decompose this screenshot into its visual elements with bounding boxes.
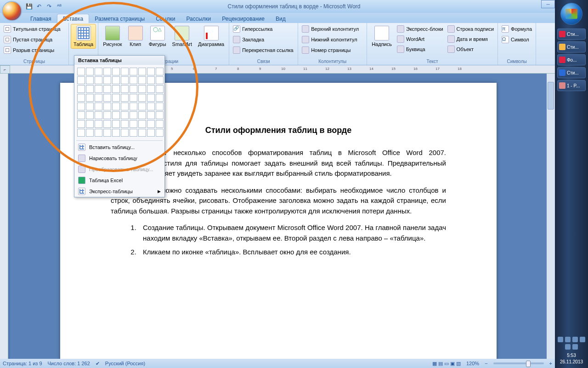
grid-cell[interactable] <box>156 129 164 137</box>
grid-cell[interactable] <box>138 68 146 75</box>
taskbar-item[interactable]: Сти... <box>557 29 586 40</box>
grid-cell[interactable] <box>147 129 155 137</box>
grid-cell[interactable] <box>103 76 111 84</box>
grid-cell[interactable] <box>86 111 94 119</box>
grid-cell[interactable] <box>121 129 129 137</box>
tab-layout[interactable]: Разметка страницы <box>89 14 150 23</box>
grid-cell[interactable] <box>147 68 155 75</box>
tab-view[interactable]: Вид <box>270 14 291 23</box>
shapes-button[interactable]: Фигуры <box>146 24 169 49</box>
grid-cell[interactable] <box>112 120 120 128</box>
grid-cell[interactable] <box>147 120 155 128</box>
grid-cell[interactable] <box>130 103 137 110</box>
office-button[interactable] <box>2 1 22 21</box>
grid-cell[interactable] <box>103 111 111 119</box>
grid-cell[interactable] <box>156 103 164 110</box>
grid-cell[interactable] <box>121 94 129 102</box>
grid-cell[interactable] <box>130 111 137 119</box>
taskbar-item[interactable]: Сти... <box>557 67 586 78</box>
status-language[interactable]: Русский (Россия) <box>105 361 145 366</box>
table-grid-picker[interactable] <box>74 65 164 139</box>
grid-cell[interactable] <box>156 85 164 93</box>
grid-cell[interactable] <box>95 103 102 110</box>
grid-cell[interactable] <box>103 103 111 110</box>
qat-save[interactable]: 💾 <box>25 2 33 11</box>
grid-cell[interactable] <box>147 94 155 102</box>
tab-home[interactable]: Главная <box>25 14 57 23</box>
header-button[interactable]: Верхний колонтитул <box>300 24 361 34</box>
grid-cell[interactable] <box>130 94 137 102</box>
grid-cell[interactable] <box>121 85 129 93</box>
grid-cell[interactable] <box>138 103 146 110</box>
grid-cell[interactable] <box>103 129 111 137</box>
grid-cell[interactable] <box>138 76 146 84</box>
grid-cell[interactable] <box>121 111 129 119</box>
footer-button[interactable]: Нижний колонтитул <box>300 34 361 45</box>
zoom-slider[interactable] <box>493 362 544 364</box>
taskbar-item[interactable]: Фо... <box>557 54 586 65</box>
status-spell-icon[interactable]: ✔ <box>96 361 100 367</box>
grid-cell[interactable] <box>130 85 137 93</box>
chart-button[interactable]: Диаграмма <box>195 24 227 49</box>
grid-cell[interactable] <box>121 68 129 75</box>
grid-cell[interactable] <box>121 103 129 110</box>
scroll-thumb[interactable] <box>548 82 554 109</box>
status-page[interactable]: Страница: 1 из 9 <box>3 361 42 366</box>
grid-cell[interactable] <box>86 94 94 102</box>
picture-button[interactable]: Рисунок <box>100 24 125 49</box>
equation-button[interactable]: πФормула <box>500 24 534 34</box>
grid-cell[interactable] <box>77 103 85 110</box>
zoom-out-button[interactable]: − <box>485 361 487 366</box>
system-tray[interactable]: 5:53 26.11.2013 <box>555 334 588 368</box>
grid-cell[interactable] <box>121 120 129 128</box>
grid-cell[interactable] <box>77 85 85 93</box>
qat-redo[interactable]: ↷ <box>45 2 53 11</box>
grid-cell[interactable] <box>77 94 85 102</box>
bookmark-button[interactable]: Закладка <box>231 34 295 45</box>
grid-cell[interactable] <box>156 120 164 128</box>
quickparts-button[interactable]: Экспресс-блоки <box>395 24 445 34</box>
grid-cell[interactable] <box>95 68 102 75</box>
tab-review[interactable]: Рецензирование <box>216 14 270 23</box>
object-button[interactable]: Объект <box>446 44 496 54</box>
smartart-button[interactable]: SmartArt <box>170 24 195 49</box>
quick-tables-item[interactable]: Экспресс-таблицы▶ <box>74 186 164 197</box>
dropcap-button[interactable]: Буквица <box>395 44 445 54</box>
grid-cell[interactable] <box>95 85 102 93</box>
grid-cell[interactable] <box>86 120 94 128</box>
grid-cell[interactable] <box>156 94 164 102</box>
minimize-button[interactable]: ─ <box>541 0 555 8</box>
ruler-corner[interactable]: ⌐ <box>0 65 10 74</box>
grid-cell[interactable] <box>147 103 155 110</box>
grid-cell[interactable] <box>138 85 146 93</box>
grid-cell[interactable] <box>112 111 120 119</box>
grid-cell[interactable] <box>77 68 85 75</box>
crossref-button[interactable]: Перекрестная ссылка <box>231 45 295 55</box>
insert-table-item[interactable]: Вставить таблицу... <box>74 142 164 153</box>
taskbar-item[interactable]: 1 - P... <box>557 80 586 91</box>
cover-page-button[interactable]: Титульная страница <box>2 24 62 34</box>
grid-cell[interactable] <box>95 76 102 84</box>
textbox-button[interactable]: Надпись <box>369 24 395 54</box>
grid-cell[interactable] <box>112 76 120 84</box>
grid-cell[interactable] <box>147 111 155 119</box>
draw-table-item[interactable]: Нарисовать таблицу <box>74 153 164 164</box>
grid-cell[interactable] <box>156 111 164 119</box>
grid-cell[interactable] <box>112 103 120 110</box>
pagenum-button[interactable]: Номер страницы <box>300 45 361 55</box>
taskbar-item[interactable]: Сти... <box>557 41 586 52</box>
grid-cell[interactable] <box>138 94 146 102</box>
grid-cell[interactable] <box>77 76 85 84</box>
signature-button[interactable]: Строка подписи <box>446 24 496 34</box>
grid-cell[interactable] <box>138 120 146 128</box>
zoom-in-button[interactable]: + <box>549 361 552 366</box>
vertical-ruler[interactable] <box>0 74 8 359</box>
grid-cell[interactable] <box>103 68 111 75</box>
grid-cell[interactable] <box>95 120 102 128</box>
grid-cell[interactable] <box>147 85 155 93</box>
qat-undo[interactable]: ↶ <box>35 2 43 11</box>
table-button[interactable]: Таблица <box>71 24 96 49</box>
grid-cell[interactable] <box>112 129 120 137</box>
grid-cell[interactable] <box>156 76 164 84</box>
grid-cell[interactable] <box>112 85 120 93</box>
